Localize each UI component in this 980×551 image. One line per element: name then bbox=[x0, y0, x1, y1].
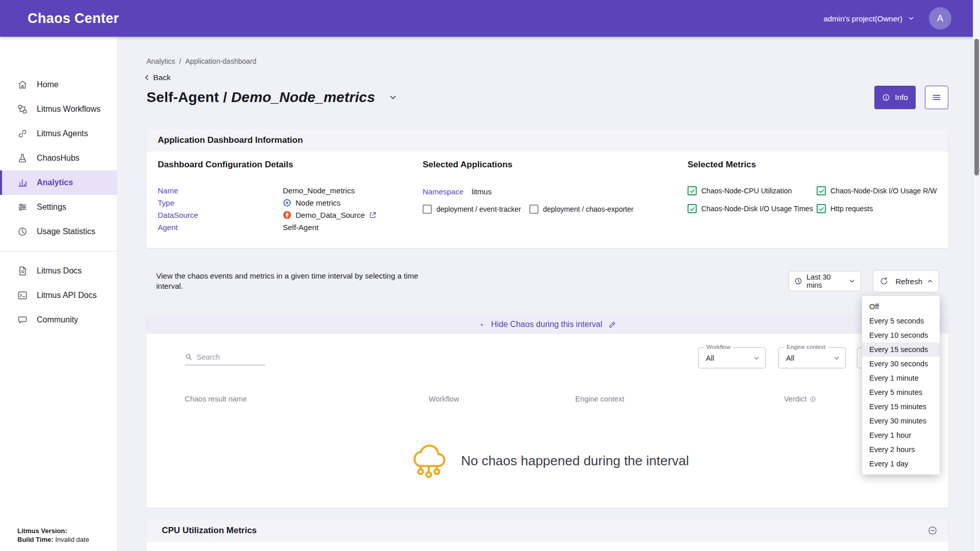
collapse-minus-icon[interactable] bbox=[927, 525, 938, 536]
docs-icon bbox=[17, 266, 28, 276]
sidebar-item-litmus-docs[interactable]: Litmus Docs bbox=[0, 259, 117, 283]
metric-checkbox-chaos-node-disk-i-o-usage-times[interactable]: Chaos-Node-Disk I/O Usage Times bbox=[688, 204, 817, 213]
chaos-search bbox=[185, 349, 265, 365]
chevron-left-icon bbox=[143, 73, 151, 82]
refresh-option-every-1-hour[interactable]: Every 1 hour bbox=[862, 428, 940, 442]
cloud-network-icon bbox=[406, 439, 452, 482]
filter-select-workflow[interactable]: WorkflowAll bbox=[698, 347, 766, 368]
refresh-option-every-2-hours[interactable]: Every 2 hours bbox=[862, 442, 940, 457]
info-button[interactable]: Info bbox=[874, 86, 916, 109]
page-title: Self-Agent / Demo_Node_metrics bbox=[146, 89, 375, 106]
chevron-down-icon[interactable] bbox=[388, 93, 398, 102]
sidebar-item-settings[interactable]: Settings bbox=[0, 195, 117, 219]
back-link[interactable]: Back bbox=[143, 73, 170, 82]
sidebar-item-label: Litmus API Docs bbox=[37, 291, 96, 300]
sidebar-item-label: Community bbox=[37, 315, 78, 324]
app-title: Chaos Center bbox=[28, 11, 119, 27]
config-details-title: Dashboard Configuration Details bbox=[158, 160, 415, 170]
metric-checkbox-http-requests[interactable]: Http requests bbox=[817, 204, 948, 213]
sidebar-item-label: Home bbox=[37, 80, 59, 89]
cpu-section-header: CPU Utilization Metrics bbox=[146, 519, 948, 542]
refresh-option-every-10-seconds[interactable]: Every 10 seconds bbox=[862, 328, 940, 342]
hide-chaos-toggle[interactable]: Hide Chaos during this interval bbox=[146, 315, 948, 334]
cpu-metrics-card: CPU Utilization Metrics bbox=[146, 519, 948, 551]
time-range-value: Last 30 mins bbox=[806, 273, 844, 289]
external-link-icon[interactable] bbox=[369, 211, 377, 219]
sidebar-divider bbox=[0, 251, 117, 252]
checkbox-checked[interactable] bbox=[688, 204, 697, 213]
checkbox-unchecked[interactable] bbox=[529, 205, 538, 214]
app-header: Chaos Center admin's project(Owner) A bbox=[0, 0, 980, 37]
breadcrumb-item-analytics[interactable]: Analytics bbox=[146, 57, 175, 65]
settings-icon bbox=[17, 202, 28, 212]
chaoshubs-icon bbox=[17, 153, 28, 163]
sidebar-item-label: Settings bbox=[37, 203, 66, 212]
refresh-icon bbox=[879, 277, 889, 286]
checkbox-label: Chaos-Node-Disk I/O Usage Times bbox=[701, 205, 813, 213]
edit-pencil-icon[interactable] bbox=[608, 321, 616, 329]
app-checkbox-deployment-chaos-exporter[interactable]: deployment / chaos-exporter bbox=[529, 205, 633, 214]
apidocs-icon bbox=[17, 290, 28, 300]
metric-checkbox-chaos-node-cpu-utilization[interactable]: Chaos-Node-CPU Utilization bbox=[688, 186, 817, 195]
sidebar-footer: Litmus Version:Build Time: Invalid date bbox=[17, 527, 89, 544]
sidebar-item-litmus-workflows[interactable]: Litmus Workflows bbox=[0, 97, 117, 121]
checkbox-unchecked[interactable] bbox=[423, 205, 432, 214]
sidebar-item-label: Litmus Agents bbox=[37, 129, 88, 138]
selected-applications-column: Selected Applications Namespace litmus d… bbox=[423, 160, 680, 214]
sidebar-primary-nav: HomeLitmus WorkflowsLitmus AgentsChaosHu… bbox=[0, 37, 117, 244]
checkbox-checked[interactable] bbox=[817, 204, 826, 213]
refresh-option-every-1-day[interactable]: Every 1 day bbox=[862, 457, 940, 471]
refresh-option-off[interactable]: Off bbox=[862, 299, 940, 314]
page-scrollbar[interactable] bbox=[973, 0, 980, 551]
info-button-label: Info bbox=[895, 93, 908, 102]
refresh-option-every-30-seconds[interactable]: Every 30 seconds bbox=[862, 357, 940, 371]
empty-state: No chaos happened during the interval bbox=[146, 439, 948, 482]
refresh-rate-dropdown[interactable]: Refresh bbox=[894, 270, 939, 292]
scrollbar-thumb[interactable] bbox=[974, 39, 979, 176]
avatar[interactable]: A bbox=[929, 7, 951, 30]
sidebar-item-chaoshubs[interactable]: ChaosHubs bbox=[0, 146, 117, 170]
info-icon bbox=[810, 396, 816, 403]
refresh-option-every-15-seconds[interactable]: Every 15 seconds bbox=[862, 342, 940, 357]
target-icon bbox=[283, 198, 291, 207]
hide-chaos-label: Hide Chaos during this interval bbox=[491, 320, 602, 329]
refresh-now-button[interactable] bbox=[873, 270, 894, 292]
time-range-select[interactable]: Last 30 mins bbox=[789, 271, 861, 291]
sidebar-item-label: Analytics bbox=[37, 178, 73, 187]
filter-label: Workflow bbox=[704, 344, 733, 350]
sidebar-item-litmus-agents[interactable]: Litmus Agents bbox=[0, 121, 117, 146]
search-icon bbox=[185, 353, 192, 361]
app-checkbox-deployment-event-tracker[interactable]: deployment / event-tracker bbox=[423, 205, 521, 214]
sidebar-item-home[interactable]: Home bbox=[0, 72, 117, 97]
checkbox-label: Chaos-Node-Disk I/O Usage R/W bbox=[830, 187, 937, 195]
column-header-chaos-result-name: Chaos result name bbox=[185, 395, 247, 403]
column-header-engine-context: Engine context bbox=[575, 395, 624, 403]
hamburger-icon bbox=[932, 92, 942, 103]
refresh-option-every-5-minutes[interactable]: Every 5 minutes bbox=[862, 385, 940, 399]
filter-value: All bbox=[706, 354, 714, 362]
config-value: Demo_Node_metrics bbox=[283, 186, 355, 195]
refresh-option-every-1-minute[interactable]: Every 1 minute bbox=[862, 371, 940, 385]
checkbox-checked[interactable] bbox=[688, 186, 697, 195]
selected-applications-title: Selected Applications bbox=[423, 160, 680, 170]
project-selector[interactable]: admin's project(Owner) bbox=[823, 14, 915, 23]
sidebar-item-analytics[interactable]: Analytics bbox=[0, 170, 117, 195]
refresh-option-every-5-seconds[interactable]: Every 5 seconds bbox=[862, 314, 940, 328]
sidebar-footer-line: Build Time: Invalid date bbox=[17, 535, 89, 544]
refresh-label: Refresh bbox=[895, 277, 922, 286]
sidebar-item-litmus-api-docs[interactable]: Litmus API Docs bbox=[0, 283, 117, 308]
dashboard-options-button[interactable] bbox=[925, 86, 948, 109]
metric-checkbox-chaos-node-disk-i-o-usage-r-w[interactable]: Chaos-Node-Disk I/O Usage R/W bbox=[817, 186, 948, 195]
chevron-up-icon bbox=[926, 278, 934, 285]
sidebar-item-community[interactable]: Community bbox=[0, 308, 117, 332]
refresh-option-every-30-minutes[interactable]: Every 30 minutes bbox=[862, 414, 940, 428]
checkbox-checked[interactable] bbox=[817, 186, 826, 195]
filter-select-engine-context[interactable]: Engine contextAll bbox=[778, 347, 846, 368]
breadcrumb: Analytics/Application-dashboard bbox=[146, 57, 256, 65]
sidebar-item-usage-statistics[interactable]: Usage Statistics bbox=[0, 219, 117, 244]
interval-description: View the chaos events and metrics in a g… bbox=[146, 271, 428, 291]
refresh-option-every-15-minutes[interactable]: Every 15 minutes bbox=[862, 399, 940, 414]
dashboard-title-dropdown[interactable]: Self-Agent / Demo_Node_metrics bbox=[146, 89, 398, 106]
search-input[interactable] bbox=[197, 353, 259, 361]
config-label: Agent bbox=[158, 223, 283, 232]
